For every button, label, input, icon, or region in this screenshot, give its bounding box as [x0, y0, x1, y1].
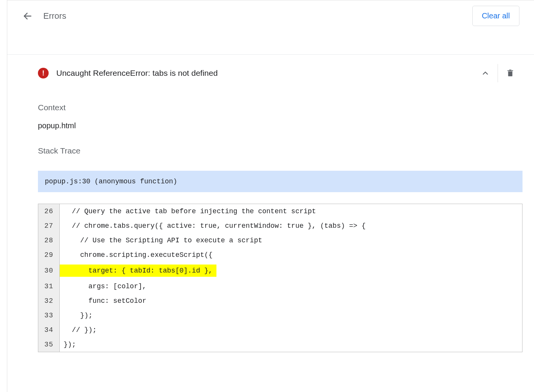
svg-rect-2 [509, 70, 511, 70]
error-page: Errors Clear all ! Uncaught ReferenceErr… [7, 0, 534, 392]
chevron-up-icon [481, 69, 490, 77]
delete-button[interactable] [498, 64, 523, 82]
highlighted-code: target: { tabId: tabs[0].id }, [60, 265, 216, 277]
line-number: 33 [38, 308, 60, 323]
code-row: 29 chrome.scripting.executeScript({ [38, 248, 522, 262]
code-row: 27 // chrome.tabs.query({ active: true, … [38, 219, 522, 233]
code-row: 28 // Use the Scripting API to execute a… [38, 233, 522, 248]
error-left: ! Uncaught ReferenceError: tabs is not d… [38, 68, 218, 78]
error-actions [473, 64, 523, 82]
line-number: 28 [38, 233, 60, 248]
code-row: 34 // }); [38, 323, 522, 337]
code-line: }); [60, 308, 522, 323]
page-title: Errors [43, 11, 66, 21]
error-header: ! Uncaught ReferenceError: tabs is not d… [38, 59, 523, 87]
code-row: 33 }); [38, 308, 522, 323]
back-button[interactable] [23, 11, 33, 21]
arrow-left-icon [23, 11, 33, 21]
code-line: }); [60, 337, 522, 352]
line-number: 29 [38, 248, 60, 262]
clear-all-button[interactable]: Clear all [472, 6, 519, 26]
trash-icon [506, 69, 514, 77]
code-row: 35}); [38, 337, 522, 352]
code-block: 26 // Query the active tab before inject… [38, 204, 523, 352]
code-line: func: setColor [60, 294, 522, 308]
error-message: Uncaught ReferenceError: tabs is not def… [56, 69, 218, 78]
code-row: 32 func: setColor [38, 294, 522, 308]
code-line: // }); [60, 323, 522, 337]
code-line: // Use the Scripting API to execute a sc… [60, 233, 522, 248]
code-row: 26 // Query the active tab before inject… [38, 204, 522, 219]
header-bar: Errors Clear all [7, 0, 534, 31]
context-value: popup.html [38, 121, 523, 130]
code-line: // chrome.tabs.query({ active: true, cur… [60, 219, 522, 233]
code-line: // Query the active tab before injecting… [60, 204, 522, 219]
stack-location[interactable]: popup.js:30 (anonymous function) [38, 171, 523, 192]
code-line: target: { tabId: tabs[0].id }, [60, 262, 522, 279]
code-row: 31 args: [color], [38, 279, 522, 294]
collapse-button[interactable] [473, 64, 498, 82]
code-line: chrome.scripting.executeScript({ [60, 248, 522, 262]
line-number: 26 [38, 204, 60, 219]
error-icon: ! [38, 68, 49, 78]
line-number: 31 [38, 279, 60, 294]
code-line: args: [color], [60, 279, 522, 294]
line-number: 35 [38, 337, 60, 352]
code-row: 30 target: { tabId: tabs[0].id }, [38, 262, 522, 279]
context-heading: Context [38, 103, 523, 112]
line-number: 30 [38, 262, 60, 279]
error-entry: ! Uncaught ReferenceError: tabs is not d… [7, 55, 534, 357]
line-number: 34 [38, 323, 60, 337]
line-number: 27 [38, 219, 60, 233]
line-number: 32 [38, 294, 60, 308]
header-left: Errors [23, 11, 66, 21]
svg-rect-1 [508, 70, 513, 71]
stack-trace-heading: Stack Trace [38, 146, 523, 155]
